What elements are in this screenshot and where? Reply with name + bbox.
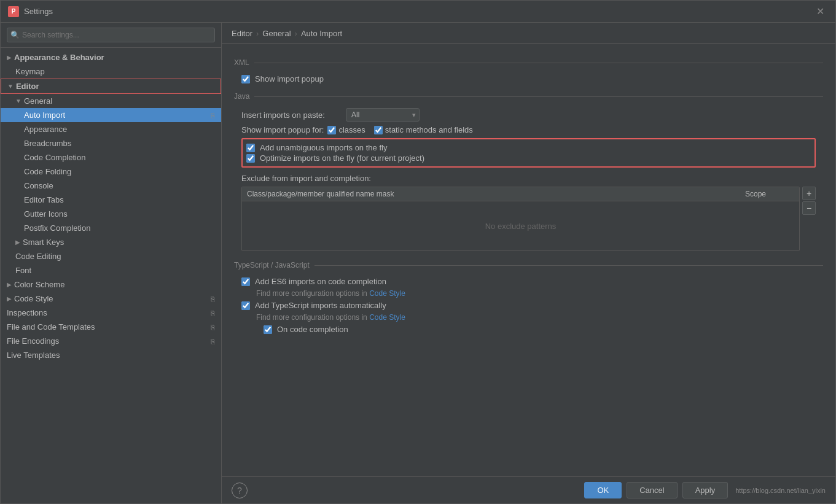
java-section-name: Java — [234, 92, 249, 101]
add-es6-checkbox[interactable] — [241, 277, 250, 286]
ok-button[interactable]: OK — [584, 482, 622, 498]
sidebar-item-color-scheme[interactable]: ▶ Color Scheme — [1, 277, 221, 292]
sidebar-item-label: Editor — [16, 82, 214, 91]
add-unambiguous-row: Add unambiguous imports on the fly — [246, 143, 811, 152]
remove-pattern-button[interactable]: − — [802, 201, 816, 215]
sidebar-item-editor[interactable]: ▼ Editor — [1, 79, 221, 94]
sidebar-item-inspections[interactable]: Inspections ⎘ — [1, 306, 221, 320]
sidebar: 🔍 ▶ Appearance & Behavior Keymap ▼ Edito… — [1, 23, 222, 503]
optimize-imports-checkbox[interactable] — [246, 154, 255, 163]
sidebar-item-label: Editor Tabs — [24, 195, 215, 204]
copy-icon: ⎘ — [211, 324, 215, 331]
sidebar-item-label: Keymap — [15, 67, 215, 76]
section-divider — [254, 63, 823, 63]
sidebar-item-label: Appearance — [24, 125, 215, 134]
sidebar-item-general[interactable]: ▼ General — [1, 94, 221, 108]
sidebar-item-gutter-icons[interactable]: Gutter Icons — [1, 207, 221, 221]
action-buttons: OK Cancel Apply — [584, 482, 728, 498]
expand-arrow: ▶ — [7, 295, 12, 302]
xml-show-import-label: Show import popup — [255, 74, 324, 83]
optimize-imports-row: Optimize imports on the fly (for current… — [246, 153, 811, 163]
settings-panel: XML Show import popup Java Insert import… — [222, 44, 835, 476]
sidebar-item-appearance-behavior[interactable]: ▶ Appearance & Behavior — [1, 50, 221, 64]
xml-section-header: XML — [234, 58, 823, 67]
copy-icon: ⎘ — [211, 338, 215, 345]
sidebar-item-label: Gutter Icons — [24, 209, 215, 219]
sidebar-item-font[interactable]: Font — [1, 263, 221, 277]
add-es6-row: Add ES6 imports on code completion — [241, 277, 823, 286]
sidebar-item-breadcrumbs[interactable]: Breadcrumbs — [1, 136, 221, 150]
table-action-buttons: + − — [802, 187, 816, 215]
section-divider — [314, 265, 823, 266]
expand-arrow: ▼ — [7, 83, 14, 90]
xml-show-import-checkbox[interactable] — [241, 75, 250, 83]
sidebar-item-code-completion[interactable]: Code Completion — [1, 150, 221, 165]
on-code-completion-label: On code completion — [277, 325, 348, 334]
sidebar-item-label: Code Style — [14, 294, 208, 303]
add-unambiguous-checkbox[interactable] — [246, 144, 255, 152]
breadcrumb-part-auto-import: Auto Import — [301, 29, 342, 38]
sidebar-item-smart-keys[interactable]: ▶ Smart Keys — [1, 235, 221, 249]
classes-checkbox-wrap: classes — [327, 125, 365, 134]
code-style-link-1[interactable]: Code Style — [369, 289, 405, 298]
sidebar-item-code-style[interactable]: ▶ Code Style ⎘ — [1, 292, 221, 306]
sidebar-item-label: Code Folding — [24, 167, 215, 176]
exclude-table: Class/package/member qualified name mask… — [241, 187, 800, 251]
sidebar-item-live-templates[interactable]: Live Templates — [1, 348, 221, 362]
help-button[interactable]: ? — [232, 483, 248, 498]
settings-window: P Settings ✕ 🔍 ▶ Appearance & Behavior — [0, 0, 836, 504]
sidebar-item-label: Auto Import — [24, 110, 208, 120]
sidebar-item-console[interactable]: Console — [1, 179, 221, 193]
col-name-header: Class/package/member qualified name mask — [247, 190, 745, 198]
sidebar-item-code-folding[interactable]: Code Folding — [1, 165, 221, 179]
sidebar-item-editor-tabs[interactable]: Editor Tabs — [1, 193, 221, 207]
on-code-completion-row: On code completion — [241, 325, 823, 334]
copy-icon: ⎘ — [211, 112, 215, 119]
sidebar-item-file-code-templates[interactable]: File and Code Templates ⎘ — [1, 320, 221, 334]
breadcrumb-separator: › — [256, 29, 259, 38]
insert-imports-row: Insert imports on paste: All Ask None — [241, 108, 823, 122]
add-unambiguous-label: Add unambiguous imports on the fly — [260, 143, 387, 152]
static-methods-checkbox-wrap: static methods and fields — [374, 125, 473, 134]
apply-button[interactable]: Apply — [682, 482, 729, 498]
java-section-header: Java — [234, 92, 823, 101]
sidebar-item-label: Smart Keys — [23, 238, 215, 247]
static-methods-checkbox[interactable] — [374, 126, 383, 134]
sidebar-item-appearance[interactable]: Appearance — [1, 122, 221, 136]
sidebar-item-code-editing[interactable]: Code Editing — [1, 249, 221, 263]
sidebar-item-label: Console — [24, 181, 215, 190]
sidebar-item-label: Font — [15, 266, 215, 275]
insert-imports-select[interactable]: All Ask None — [346, 108, 420, 122]
settings-tree: ▶ Appearance & Behavior Keymap ▼ Editor … — [1, 48, 221, 503]
close-button[interactable]: ✕ — [813, 4, 828, 18]
code-style-link-2[interactable]: Code Style — [369, 313, 405, 322]
insert-imports-label: Insert imports on paste: — [241, 110, 340, 120]
sidebar-item-keymap[interactable]: Keymap — [1, 64, 221, 79]
ts-section-name: TypeScript / JavaScript — [234, 261, 310, 269]
sidebar-item-label: Inspections — [7, 308, 208, 317]
cancel-button[interactable]: Cancel — [627, 482, 677, 498]
add-typescript-checkbox[interactable] — [241, 301, 250, 310]
highlighted-options-box: Add unambiguous imports on the fly Optim… — [241, 138, 816, 168]
optimize-imports-label: Optimize imports on the fly (for current… — [260, 153, 424, 163]
xml-section-name: XML — [234, 58, 249, 67]
classes-checkbox[interactable] — [327, 126, 336, 134]
sidebar-item-auto-import[interactable]: Auto Import ⎘ — [1, 108, 221, 122]
find-more-ts2-label: Find more configuration options in — [256, 313, 367, 322]
search-icon: 🔍 — [10, 31, 20, 39]
find-more-ts2-row: Find more configuration options in Code … — [256, 313, 823, 322]
sidebar-item-label: File Encodings — [7, 336, 208, 346]
sidebar-item-postfix-completion[interactable]: Postfix Completion — [1, 221, 221, 235]
ts-section-header: TypeScript / JavaScript — [234, 261, 823, 269]
static-methods-label: static methods and fields — [385, 125, 473, 134]
on-code-completion-checkbox[interactable] — [264, 325, 272, 334]
no-patterns-label: No exclude patterns — [485, 222, 557, 231]
add-pattern-button[interactable]: + — [802, 187, 816, 200]
search-input[interactable] — [7, 28, 215, 42]
sidebar-item-label: Code Completion — [24, 153, 215, 162]
insert-imports-select-wrap: All Ask None — [346, 108, 420, 122]
sidebar-item-file-encodings[interactable]: File Encodings ⎘ — [1, 334, 221, 348]
sidebar-item-label: Appearance & Behavior — [14, 53, 215, 62]
exclude-header: Exclude from import and completion: — [241, 174, 816, 183]
exclude-label: Exclude from import and completion: — [241, 174, 371, 183]
